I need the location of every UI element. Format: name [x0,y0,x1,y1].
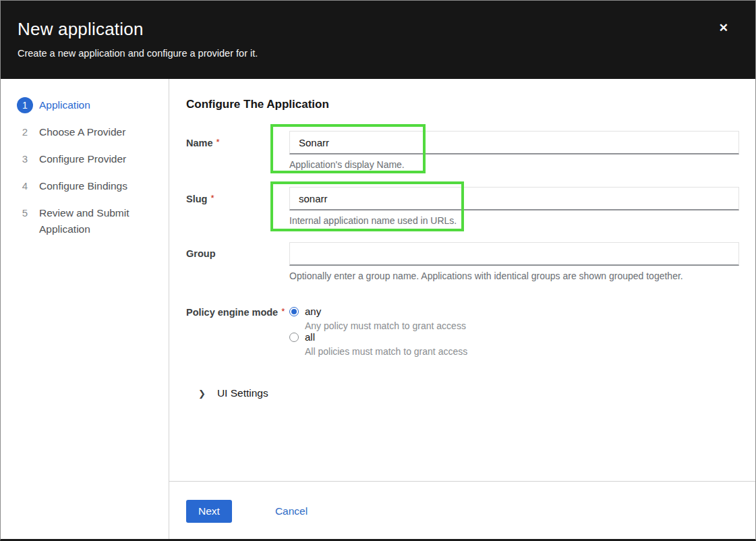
policy-engine-mode-options: any Any policy must match to grant acces… [289,306,739,357]
slug-help-text: Internal application name used in URLs. [289,215,739,226]
group-field-row: Group Optionally enter a group name. App… [186,242,739,281]
wizard-steps-nav: 1 Application 2 Choose A Provider 3 Conf… [1,79,169,539]
radio-option-any[interactable]: any [289,306,739,317]
step-number-badge: 5 [17,205,33,221]
form-heading: Configure The Application [186,98,739,111]
slug-label: Slug* [186,187,289,226]
step-number-badge: 1 [17,97,33,113]
group-field-cell: Optionally enter a group name. Applicati… [289,242,739,281]
policy-engine-mode-label: Policy engine mode* [186,306,289,357]
new-application-modal: New application Create a new application… [0,0,756,541]
radio-label: any [305,306,321,317]
close-button[interactable]: ✕ [716,20,731,36]
slug-input[interactable] [289,187,739,210]
radio-unselected-icon [289,333,299,342]
application-form: Configure The Application Name* Applicat… [169,79,755,481]
policy-engine-mode-row: Policy engine mode* any Any policy must … [186,306,739,357]
name-input[interactable] [289,131,739,154]
name-field-row: Name* Application's display Name. [186,131,739,170]
ui-settings-label: UI Settings [217,387,268,399]
name-label: Name* [186,131,289,170]
step-label: Choose A Provider [39,124,125,140]
name-field-cell: Application's display Name. [289,131,739,170]
group-label: Group [186,242,289,281]
wizard-header: New application Create a new application… [1,1,755,79]
step-configure-bindings[interactable]: 4 Configure Bindings [17,178,155,194]
next-button[interactable]: Next [186,500,232,523]
steps-list: 1 Application 2 Choose A Provider 3 Conf… [17,97,155,237]
radio-any-help-text: Any policy must match to grant access [305,320,739,331]
step-label: Application [39,97,90,113]
step-label: Review and Submit Application [39,205,135,237]
wizard-content: Configure The Application Name* Applicat… [169,79,755,539]
required-asterisk: * [216,137,220,147]
required-asterisk: * [281,306,285,316]
close-icon: ✕ [719,22,728,34]
radio-all-help-text: All policies must match to grant access [305,346,739,357]
radio-label: all [305,331,315,343]
group-help-text: Optionally enter a group name. Applicati… [289,270,739,281]
group-input[interactable] [289,242,739,266]
step-label: Configure Provider [39,151,126,167]
step-number-badge: 2 [17,124,33,140]
step-label: Configure Bindings [39,178,127,194]
slug-field-cell: Internal application name used in URLs. [289,187,739,226]
radio-option-all[interactable]: all [289,331,739,343]
step-application[interactable]: 1 Application [17,97,155,113]
wizard-subtitle: Create a new application and configure a… [18,48,715,59]
page-title: New application [18,19,715,40]
wizard-footer: Next Cancel [169,481,755,539]
radio-selected-icon [289,307,299,316]
cancel-link[interactable]: Cancel [275,500,308,517]
required-asterisk: * [210,193,214,203]
step-configure-provider[interactable]: 3 Configure Provider [17,151,155,167]
step-review-and-submit[interactable]: 5 Review and Submit Application [17,205,155,237]
name-help-text: Application's display Name. [289,159,739,170]
modal-body: 1 Application 2 Choose A Provider 3 Conf… [1,79,755,539]
step-number-badge: 4 [17,178,33,194]
step-number-badge: 3 [17,151,33,167]
chevron-right-icon: ❯ [198,389,206,398]
step-choose-a-provider[interactable]: 2 Choose A Provider [17,124,155,140]
ui-settings-toggle[interactable]: ❯ UI Settings [186,387,739,399]
slug-field-row: Slug* Internal application name used in … [186,187,739,226]
